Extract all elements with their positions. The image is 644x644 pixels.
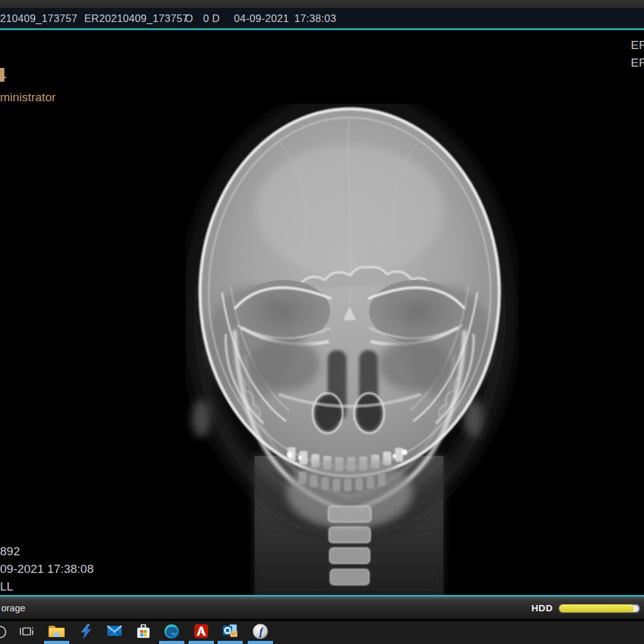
study-time-text: 17:38:03 <box>294 13 336 25</box>
taskbar-mail-button[interactable] <box>102 621 127 644</box>
study-date-text: 04-09-2021 <box>234 13 289 25</box>
mail-icon <box>106 623 123 638</box>
patient-id-text: 210409_173757 <box>0 13 77 25</box>
running-indicator <box>218 641 243 644</box>
microsoft-store-icon <box>135 623 152 640</box>
overlay-top-right: ER ER <box>631 36 644 72</box>
running-indicator <box>159 641 184 644</box>
skull-xray-image <box>186 104 519 595</box>
file-explorer-icon <box>48 623 65 640</box>
hdd-progress-track <box>558 604 640 613</box>
window-title-strip <box>0 0 644 9</box>
pacs-viewer-screen: 210409_173757 ER20210409_173757 O 0 D 04… <box>0 0 644 644</box>
study-info-bar: 210409_173757 ER20210409_173757 O 0 D 04… <box>0 9 644 28</box>
patient-sex-text: O <box>185 13 193 25</box>
overlay-bottom-left-line3: LL <box>0 578 94 595</box>
taskbar-task-view-button[interactable] <box>14 621 39 644</box>
running-indicator <box>189 641 214 644</box>
storage-status-text: orage <box>1 602 25 613</box>
running-indicator <box>248 641 273 644</box>
f-app-icon: f <box>252 623 269 640</box>
overlay-top-right-line1: ER <box>631 36 644 54</box>
overlay-bottom-left: 892 09-2021 17:38:08 LL <box>0 543 94 595</box>
acrobat-icon <box>194 623 209 639</box>
hdd-progress-fill <box>559 604 634 613</box>
taskbar-f-app-button[interactable]: f <box>248 621 273 644</box>
taskbar: f <box>0 621 644 644</box>
xray-image-viewport[interactable]: 1 ministrator ER ER 892 09-2021 17:38:08… <box>0 30 644 595</box>
status-bar: orage HDD <box>0 597 644 619</box>
outlook-icon <box>222 623 239 639</box>
overlay-top-left-line2: ministrator <box>0 89 56 106</box>
overlay-bottom-left-line2: 09-2021 17:38:08 <box>0 560 94 578</box>
cut-text-fragment <box>0 68 4 82</box>
hdd-label: HDD <box>531 602 553 613</box>
taskbar-edge-button[interactable] <box>159 621 184 644</box>
taskbar-lightning-app-button[interactable] <box>74 621 99 644</box>
taskbar-outlook-button[interactable] <box>218 621 243 644</box>
running-indicator <box>44 641 69 644</box>
study-name-text: ER20210409_173757 <box>84 13 189 25</box>
overlay-top-right-line2: ER <box>631 54 644 72</box>
search-partial-icon <box>0 623 11 641</box>
edge-icon <box>164 623 180 640</box>
taskbar-search-button[interactable] <box>0 621 15 644</box>
task-view-icon <box>18 623 35 640</box>
taskbar-microsoft-store-button[interactable] <box>131 621 156 644</box>
taskbar-acrobat-button[interactable] <box>189 621 214 644</box>
taskbar-file-explorer-button[interactable] <box>44 621 69 644</box>
overlay-bottom-left-line1: 892 <box>0 543 94 560</box>
lightning-icon <box>78 623 94 640</box>
patient-age-text: 0 D <box>203 13 220 25</box>
